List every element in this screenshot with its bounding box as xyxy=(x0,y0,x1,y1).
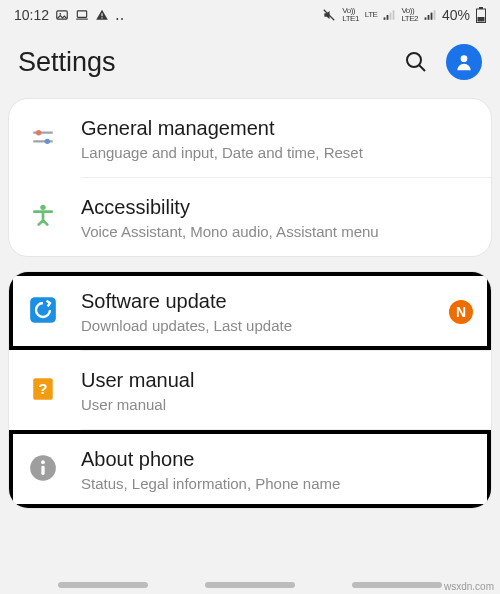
svg-rect-12 xyxy=(431,13,433,20)
page-title: Settings xyxy=(18,47,404,78)
svg-line-18 xyxy=(419,65,425,71)
svg-point-29 xyxy=(41,460,45,464)
battery-percent: 40% xyxy=(442,7,470,23)
row-subtitle: Status, Legal information, Phone name xyxy=(81,475,473,492)
svg-rect-7 xyxy=(387,15,389,20)
manual-icon: ? xyxy=(25,371,61,407)
nav-home[interactable] xyxy=(205,582,295,588)
row-title: General management xyxy=(81,117,473,140)
nav-recents[interactable] xyxy=(58,582,148,588)
svg-point-23 xyxy=(45,139,50,144)
sliders-icon xyxy=(25,119,61,155)
svg-rect-16 xyxy=(478,17,485,22)
sim1-lte: LTE xyxy=(365,11,378,19)
row-about-phone[interactable]: About phone Status, Legal information, P… xyxy=(9,430,491,508)
signal-icon-2 xyxy=(424,9,436,21)
row-title: Software update xyxy=(81,290,441,313)
row-subtitle: User manual xyxy=(81,396,473,413)
laptop-icon xyxy=(75,8,89,22)
about-icon xyxy=(25,450,61,486)
row-title: User manual xyxy=(81,369,473,392)
svg-point-1 xyxy=(59,13,61,15)
battery-icon xyxy=(476,7,486,23)
svg-rect-3 xyxy=(101,13,102,16)
settings-group-1: General management Language and input, D… xyxy=(8,98,492,257)
svg-rect-11 xyxy=(428,15,430,20)
svg-rect-6 xyxy=(384,17,386,19)
row-software-update[interactable]: Software update Download updates, Last u… xyxy=(9,272,491,350)
update-icon xyxy=(25,292,61,328)
row-accessibility[interactable]: Accessibility Voice Assistant, Mono audi… xyxy=(9,178,491,256)
svg-rect-8 xyxy=(390,13,392,20)
svg-rect-10 xyxy=(425,17,427,19)
svg-point-17 xyxy=(407,53,421,67)
svg-text:?: ? xyxy=(38,380,47,397)
account-avatar[interactable] xyxy=(446,44,482,80)
nav-back[interactable] xyxy=(352,582,442,588)
accessibility-icon xyxy=(25,198,61,234)
signal-icon-1 xyxy=(383,9,395,21)
row-title: About phone xyxy=(81,448,473,471)
row-general-management[interactable]: General management Language and input, D… xyxy=(9,99,491,177)
notification-badge: N xyxy=(449,300,473,324)
row-subtitle: Download updates, Last update xyxy=(81,317,441,334)
sim1-info: Vo))LTE1 xyxy=(342,7,359,23)
status-time: 10:12 xyxy=(14,7,49,23)
svg-rect-4 xyxy=(101,17,102,18)
settings-group-2: Software update Download updates, Last u… xyxy=(8,271,492,509)
sim2-info: Vo))LTE2 xyxy=(401,7,418,23)
row-subtitle: Voice Assistant, Mono audio, Assistant m… xyxy=(81,223,473,240)
warning-icon xyxy=(95,8,109,22)
mute-icon xyxy=(322,8,336,22)
svg-point-24 xyxy=(40,205,45,210)
settings-header: Settings xyxy=(0,30,500,98)
svg-rect-9 xyxy=(393,10,395,20)
status-bar: 10:12 ‥ Vo))LTE1 LTE Vo))LTE2 40% xyxy=(0,0,500,30)
row-user-manual[interactable]: ? User manual User manual xyxy=(9,351,491,429)
image-icon xyxy=(55,8,69,22)
svg-point-19 xyxy=(461,55,468,62)
row-subtitle: Language and input, Date and time, Reset xyxy=(81,144,473,161)
watermark: wsxdn.com xyxy=(444,581,494,592)
svg-point-21 xyxy=(36,130,41,135)
svg-rect-2 xyxy=(77,11,86,17)
row-title: Accessibility xyxy=(81,196,473,219)
svg-rect-30 xyxy=(41,466,44,475)
more-icon: ‥ xyxy=(115,7,126,23)
svg-rect-13 xyxy=(434,10,436,20)
search-icon[interactable] xyxy=(404,50,428,74)
navigation-bar xyxy=(0,582,500,588)
svg-rect-25 xyxy=(30,297,56,323)
